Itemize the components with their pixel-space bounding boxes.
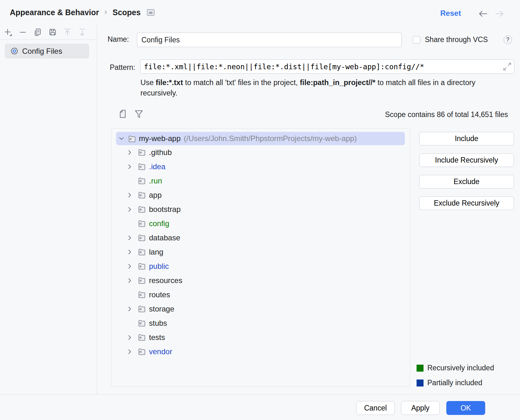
- partial-swatch-icon: [417, 380, 424, 386]
- exclude-button[interactable]: Exclude: [419, 175, 514, 188]
- scopes-toolbar: [0, 25, 97, 40]
- tree-item-label: resources: [149, 276, 182, 285]
- tree-item-config[interactable]: config: [112, 216, 410, 231]
- scope-icon: [10, 47, 18, 55]
- tree-item-stubs[interactable]: stubs: [112, 316, 410, 330]
- help-icon[interactable]: ?: [504, 35, 512, 44]
- include-button[interactable]: Include: [419, 132, 514, 145]
- chevron-down-icon[interactable]: [118, 135, 125, 142]
- recursive-swatch-icon: [417, 365, 424, 372]
- folder-icon: [138, 319, 146, 327]
- tree-item-routes[interactable]: routes: [112, 287, 410, 302]
- forward-arrow-icon[interactable]: [495, 10, 504, 18]
- tree-item-lang[interactable]: lang: [112, 245, 410, 259]
- tree-item-resources[interactable]: resources: [112, 273, 410, 287]
- settings-dialog: Appearance & Behavior › Scopes Reset: [0, 0, 520, 420]
- move-down-icon[interactable]: [78, 28, 86, 36]
- scope-file-tree: my-web-app (/Users/John.Smith/PhpstormPr…: [111, 128, 410, 387]
- chevron-right-icon[interactable]: [126, 163, 133, 170]
- tree-item-label: config: [149, 219, 169, 228]
- folder-icon: [138, 262, 146, 270]
- folder-icon: [138, 276, 146, 284]
- tree-item-label: stubs: [149, 319, 167, 328]
- chevron-right-icon[interactable]: [126, 206, 133, 213]
- tree-item-label: .run: [149, 176, 162, 185]
- folder-icon: [138, 234, 146, 242]
- cancel-button[interactable]: Cancel: [356, 401, 395, 415]
- tree-root-name: my-web-app: [139, 134, 181, 143]
- filter-icon[interactable]: [134, 109, 143, 119]
- remove-scope-icon[interactable]: [19, 28, 27, 36]
- folder-icon: [138, 348, 146, 355]
- tree-item-tests[interactable]: tests: [112, 330, 410, 344]
- tree-item-public[interactable]: public: [112, 259, 410, 273]
- legend-label: Recursively included: [427, 364, 494, 372]
- scopes-sidebar: Config Files: [0, 25, 97, 394]
- settings-window-icon[interactable]: [147, 9, 155, 16]
- include-recursively-button[interactable]: Include Recursively: [419, 153, 514, 167]
- scope-name-input[interactable]: [137, 33, 402, 47]
- tree-item-.github[interactable]: .github: [112, 145, 410, 159]
- folder-icon: [138, 333, 146, 341]
- chevron-right-icon[interactable]: [126, 277, 133, 284]
- tree-item-database[interactable]: database: [112, 231, 410, 245]
- tree-root-my-web-app[interactable]: my-web-app (/Users/John.Smith/PhpstormPr…: [116, 132, 405, 145]
- tree-item-label: tests: [149, 333, 165, 342]
- tree-item-app[interactable]: app: [112, 188, 410, 202]
- tree-root-path: (/Users/John.Smith/PhpstormProjects/my-w…: [184, 134, 357, 143]
- tree-item-storage[interactable]: storage: [112, 302, 410, 316]
- ok-button[interactable]: OK: [446, 401, 485, 415]
- chevron-right-icon[interactable]: [126, 306, 133, 312]
- scope-item-label: Config Files: [22, 47, 62, 56]
- tree-item-label: routes: [149, 290, 170, 299]
- chevron-right-icon[interactable]: [126, 334, 133, 341]
- breadcrumb: Appearance & Behavior › Scopes: [10, 8, 155, 17]
- tree-item-.run[interactable]: .run: [112, 174, 410, 188]
- scope-summary: Scope contains 86 of total 14,651 files: [385, 110, 508, 119]
- pattern-field: [140, 59, 514, 74]
- pattern-input[interactable]: [140, 59, 514, 74]
- tree-children: .github .idea .run app: [112, 145, 410, 359]
- folder-icon: [138, 148, 146, 156]
- add-scope-icon[interactable]: [4, 28, 12, 36]
- tree-item-label: bootstrap: [149, 205, 181, 214]
- tree-item-vendor[interactable]: vendor: [112, 344, 410, 359]
- duplicate-scope-icon[interactable]: [34, 28, 42, 36]
- chevron-right-icon[interactable]: [126, 192, 133, 199]
- share-vcs-label: Share through VCS: [425, 35, 488, 44]
- chevron-right-icon[interactable]: [126, 234, 133, 241]
- tree-item-label: public: [149, 262, 169, 271]
- tree-item-label: vendor: [149, 347, 172, 356]
- share-vcs-checkbox[interactable]: [413, 36, 420, 44]
- chevron-right-icon[interactable]: [126, 149, 133, 156]
- folder-icon: [138, 291, 146, 299]
- breadcrumb-page: Scopes: [113, 8, 141, 17]
- folder-icon: [138, 163, 146, 170]
- back-arrow-icon[interactable]: [479, 10, 487, 18]
- legend-recursively-included: Recursively included: [417, 364, 494, 372]
- tree-item-bootstrap[interactable]: bootstrap: [112, 202, 410, 216]
- tree-item-label: storage: [149, 305, 174, 313]
- folder-icon: [138, 219, 146, 227]
- reset-link[interactable]: Reset: [440, 9, 461, 18]
- chevron-right-icon[interactable]: [126, 348, 133, 355]
- apply-button[interactable]: Apply: [401, 401, 440, 415]
- folder-icon: [138, 305, 146, 313]
- save-icon[interactable]: [48, 28, 57, 36]
- folder-icon: [138, 191, 146, 199]
- copy-scope-icon[interactable]: [118, 109, 127, 119]
- scope-list-item-config-files[interactable]: Config Files: [5, 44, 89, 59]
- move-up-icon[interactable]: [63, 28, 71, 36]
- legend-label: Partially included: [427, 379, 482, 387]
- chevron-right-icon[interactable]: [126, 263, 133, 270]
- breadcrumb-section[interactable]: Appearance & Behavior: [10, 8, 99, 17]
- expand-pattern-icon[interactable]: [503, 62, 511, 71]
- chevron-right-icon[interactable]: [126, 249, 133, 256]
- tree-item-label: lang: [149, 248, 163, 256]
- exclude-recursively-button[interactable]: Exclude Recursively: [419, 196, 514, 210]
- folder-icon: [128, 135, 136, 143]
- folder-icon: [138, 248, 146, 256]
- tree-item-label: .idea: [149, 162, 165, 171]
- tree-item-.idea[interactable]: .idea: [112, 159, 410, 174]
- tree-item-label: app: [149, 191, 162, 200]
